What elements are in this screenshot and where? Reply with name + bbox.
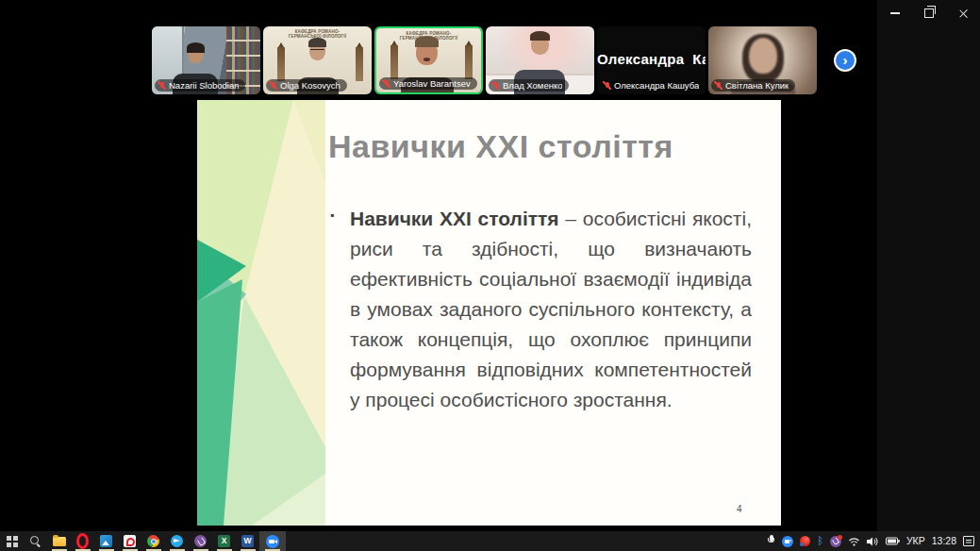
tray-zoom-icon[interactable] <box>782 536 793 547</box>
participant-head <box>188 45 204 63</box>
slide-page-number: 4 <box>737 504 742 514</box>
viber-icon <box>194 535 207 547</box>
zoom-app-icon <box>266 535 279 548</box>
file-explorer-icon <box>53 537 66 546</box>
wifi-icon[interactable] <box>848 537 860 546</box>
participant-name-label: Світлана Кулик <box>711 79 795 92</box>
participant-tile-olga[interactable]: КАФЕДРА РОМАНО-ГЕРМАНСЬКОЇ ФІЛОЛОГІЇ Olg… <box>263 26 372 94</box>
taskbar-opera[interactable] <box>71 531 94 551</box>
participant-name-label: Олександра Кашуба <box>600 79 706 92</box>
big-ben-tower-right <box>356 47 363 81</box>
telegram-icon <box>171 535 183 547</box>
bullet-icon: ▪ <box>330 209 334 222</box>
clock[interactable]: 13:28 <box>932 536 956 546</box>
photos-icon <box>100 535 112 547</box>
minimize-button[interactable] <box>878 0 912 26</box>
taskbar-word[interactable]: W <box>236 531 259 551</box>
tray-microphone-icon[interactable] <box>767 535 775 547</box>
search-icon <box>29 535 42 547</box>
bullet-text: – особистісні якості, риси та здібності,… <box>350 208 752 410</box>
windows-logo-icon <box>7 536 18 547</box>
participant-head <box>416 40 438 65</box>
taskbar-empty-space <box>286 531 767 551</box>
restore-icon <box>924 8 934 18</box>
participant-name-label: Влад Хоменко <box>489 79 569 92</box>
muted-mic-icon <box>714 81 723 90</box>
taskbar-viber[interactable] <box>189 531 212 551</box>
big-ben-tower-left <box>390 45 398 79</box>
taskbar-photos[interactable] <box>94 531 118 551</box>
bluetooth-icon[interactable]: ᛒ <box>817 536 823 546</box>
slide-title: Навички XXI століття <box>328 128 673 165</box>
close-icon <box>958 8 969 19</box>
taskbar-file-explorer[interactable] <box>47 531 71 551</box>
participant-display-name: Олександра Ка... <box>597 51 706 67</box>
big-ben-tower-right <box>465 45 473 79</box>
participant-tile-yaroslav-active-speaker[interactable]: КАФЕДРА РОМАНО-ГЕРМАНСЬКОЇ ФІЛОЛОГІЇ Yar… <box>374 26 483 94</box>
participant-tile-oleksandra-video-off[interactable]: Олександра Ка... Олександра Кашуба <box>597 26 706 94</box>
participant-head <box>309 42 325 60</box>
tray-unknown-red-icon[interactable] <box>800 536 810 546</box>
shared-screen-slide: Навички XXI століття ▪ Навички XXI столі… <box>197 100 781 526</box>
muted-mic-icon <box>491 81 500 90</box>
bullet-lead-bold: Навички XXI століття <box>350 208 559 229</box>
taskbar-acrobat[interactable] <box>118 531 141 551</box>
bullet-paragraph: Навички XXI століття – особистісні якост… <box>350 204 752 415</box>
language-indicator[interactable]: УКР <box>906 536 925 546</box>
participant-head <box>531 34 549 55</box>
taskbar-chrome[interactable] <box>141 531 165 551</box>
participant-name-label: Yaroslav Barantsev <box>379 77 477 90</box>
video-filmstrip: Nazarii Slobodian КАФЕДРА РОМАНО-ГЕРМАНС… <box>152 26 817 94</box>
taskbar-zoom-active[interactable] <box>259 531 286 551</box>
start-button[interactable] <box>0 531 24 551</box>
taskbar-telegram[interactable] <box>165 531 189 551</box>
windows-taskbar: X W ᛒ УКР 13:28 <box>0 531 980 551</box>
facet-theme-art <box>197 100 325 526</box>
chrome-icon <box>147 535 159 547</box>
muted-mic-icon <box>382 79 390 88</box>
participant-name-label: Olga Kosovych <box>266 79 347 92</box>
muted-mic-icon <box>603 81 611 90</box>
muted-mic-icon <box>269 81 277 90</box>
participant-tile-vlad[interactable]: Влад Хоменко <box>486 26 594 94</box>
participant-tile-nazarii[interactable]: Nazarii Slobodian <box>152 26 260 94</box>
participant-head <box>749 38 777 74</box>
slide-body: ▪ Навички XXI століття – особистісні яко… <box>330 204 752 415</box>
window-background-shade <box>877 0 980 531</box>
battery-icon[interactable] <box>886 537 900 545</box>
taskbar-apps: X W <box>0 531 286 551</box>
acrobat-icon <box>124 535 136 547</box>
window-controls <box>848 0 980 26</box>
word-icon: W <box>241 535 254 547</box>
next-participants-button[interactable]: › <box>834 49 856 72</box>
opera-icon <box>76 533 89 549</box>
chevron-right-icon: › <box>836 51 855 70</box>
participant-name-label: Nazarii Slobodian <box>155 79 245 92</box>
tray-viber-icon[interactable] <box>830 536 841 547</box>
taskbar-excel[interactable]: X <box>212 531 236 551</box>
taskbar-search-button[interactable] <box>24 531 47 551</box>
system-tray: ᛒ УКР 13:28 <box>767 531 980 551</box>
minimize-icon <box>890 12 900 14</box>
participant-tile-svitlana[interactable]: Світлана Кулик <box>708 26 817 94</box>
action-center-icon[interactable] <box>963 536 974 546</box>
volume-icon[interactable] <box>867 537 879 546</box>
zoom-meeting-window: Nazarii Slobodian КАФЕДРА РОМАНО-ГЕРМАНС… <box>0 0 980 551</box>
close-button[interactable] <box>946 0 980 26</box>
restore-button[interactable] <box>912 0 946 26</box>
big-ben-tower-left <box>277 47 285 81</box>
excel-icon: X <box>218 535 230 547</box>
muted-mic-icon <box>158 81 166 90</box>
